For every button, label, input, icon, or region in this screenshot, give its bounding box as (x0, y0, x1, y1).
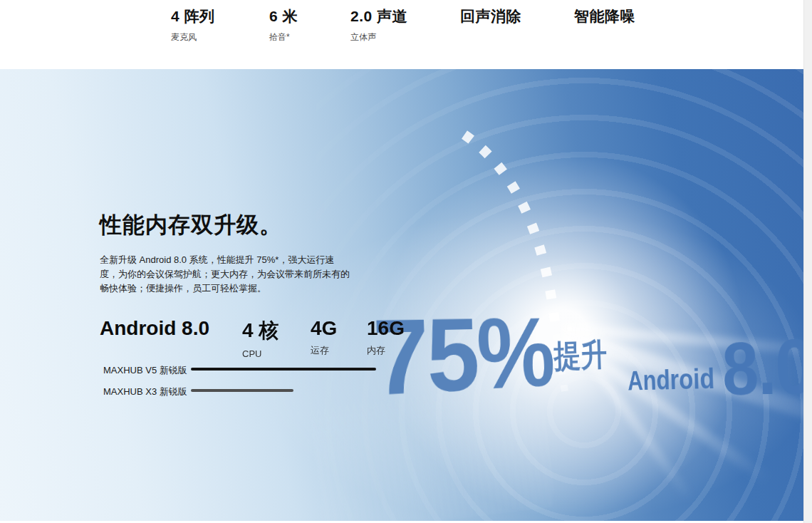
header-spec-mic-array: 4 阵列 麦克风 (171, 6, 215, 43)
scrollbar-track[interactable] (803, 0, 812, 523)
header-spec-pickup-range: 6 米 拾音* (269, 6, 298, 43)
spec-value: Android 8.0 (100, 317, 209, 340)
header-spec-noise-reduction: 智能降噪 (574, 6, 635, 26)
spec-value: 16G (367, 317, 405, 340)
comparison-bar-v5 (191, 368, 376, 371)
spec-value: 智能降噪 (574, 6, 635, 26)
spec-label: 运存 (311, 344, 337, 357)
spec-label: 拾音* (269, 31, 298, 43)
hero-spec-android: Android 8.0 (100, 317, 209, 340)
header-spec-echo-cancel: 回声消除 (460, 6, 521, 26)
spec-value: 4 阵列 (171, 6, 215, 26)
spec-value: 2.0 声道 (350, 6, 407, 26)
hero-description: 全新升级 Android 8.0 系统，性能提升 75%*，强大运行速度，为你的… (100, 253, 350, 296)
spec-value: 6 米 (269, 6, 298, 26)
spec-value: 4G (311, 317, 337, 340)
comparison-label: MAXHUB V5 新锐版 (103, 364, 187, 377)
hero-spec-storage: 16G 内存 (367, 317, 405, 357)
spec-value: 回声消除 (460, 6, 521, 26)
header-spec-stereo-channel: 2.0 声道 立体声 (350, 6, 407, 43)
hero-spec-ram: 4G 运存 (311, 317, 337, 357)
spec-label: 内存 (367, 344, 405, 357)
spec-label: CPU (242, 348, 279, 359)
spec-value: 4 核 (242, 317, 279, 344)
hero-banner: 75%提升 Android8.0 性能内存双升级。 全新升级 Android 8… (0, 69, 803, 521)
header-spec-strip: 4 阵列 麦克风 6 米 拾音* 2.0 声道 立体声 回声消除 智能降噪 (0, 0, 803, 69)
comparison-bar-x3 (191, 389, 293, 392)
comparison-label: MAXHUB X3 新锐版 (103, 385, 187, 398)
hero-spec-cpu: 4 核 CPU (242, 317, 279, 359)
hero-title: 性能内存双升级。 (100, 210, 282, 240)
spec-label: 立体声 (350, 31, 407, 43)
spec-label: 麦克风 (171, 31, 215, 43)
